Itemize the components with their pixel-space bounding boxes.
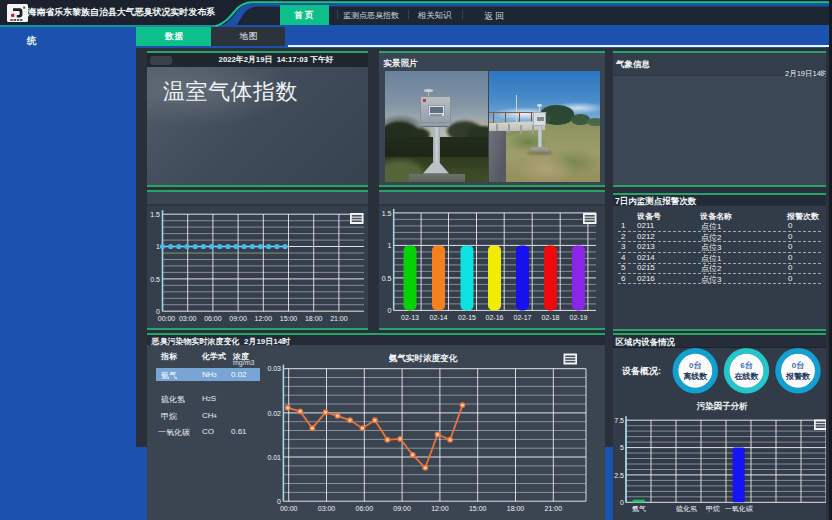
svg-text:2.5: 2.5	[614, 472, 624, 479]
svg-text:氨气: 氨气	[632, 505, 646, 512]
svg-text:03:00: 03:00	[318, 505, 336, 512]
svg-text:09:00: 09:00	[229, 315, 247, 322]
svg-text:0: 0	[156, 308, 160, 315]
svg-text:0: 0	[277, 498, 281, 505]
svg-text:15:00: 15:00	[280, 315, 298, 322]
svg-text:0.5: 0.5	[150, 276, 160, 283]
svg-text:02-17: 02-17	[514, 314, 532, 321]
svg-text:06:00: 06:00	[204, 315, 222, 322]
svg-text:0: 0	[620, 499, 624, 506]
svg-text:0.03: 0.03	[267, 365, 281, 372]
svg-text:09:00: 09:00	[393, 505, 411, 512]
svg-text:02-13: 02-13	[401, 314, 419, 321]
svg-text:7.5: 7.5	[614, 417, 624, 424]
svg-text:0.01: 0.01	[267, 454, 281, 461]
svg-text:0.02: 0.02	[267, 410, 281, 417]
svg-text:甲烷: 甲烷	[706, 505, 720, 513]
svg-text:18:00: 18:00	[305, 315, 323, 322]
svg-text:21:00: 21:00	[545, 505, 563, 512]
svg-text:氨气实时浓度变化: 氨气实时浓度变化	[388, 353, 459, 363]
svg-text:5: 5	[620, 444, 624, 451]
svg-text:1.5: 1.5	[382, 210, 392, 217]
svg-text:02-14: 02-14	[430, 314, 448, 321]
svg-text:硫化氢: 硫化氢	[675, 505, 697, 513]
svg-text:06:00: 06:00	[356, 505, 374, 512]
svg-text:1: 1	[156, 243, 160, 250]
svg-text:一氧化碳: 一氧化碳	[725, 505, 753, 513]
svg-text:02-16: 02-16	[486, 314, 504, 321]
svg-text:0: 0	[388, 307, 392, 314]
svg-text:18:00: 18:00	[507, 505, 525, 512]
svg-text:12:00: 12:00	[431, 505, 449, 512]
svg-text:污染因子分析: 污染因子分析	[697, 401, 749, 411]
svg-text:02-15: 02-15	[458, 314, 476, 321]
svg-text:21:00: 21:00	[330, 315, 348, 322]
svg-text:00:00: 00:00	[158, 315, 176, 322]
svg-text:0.5: 0.5	[382, 275, 392, 282]
svg-text:1: 1	[388, 242, 392, 249]
svg-text:12:00: 12:00	[255, 315, 273, 322]
svg-text:1.5: 1.5	[150, 211, 160, 218]
svg-text:02-19: 02-19	[570, 314, 588, 321]
svg-text:15:00: 15:00	[469, 505, 487, 512]
svg-text:00:00: 00:00	[280, 505, 298, 512]
svg-text:02-18: 02-18	[542, 314, 560, 321]
svg-text:03:00: 03:00	[179, 315, 197, 322]
